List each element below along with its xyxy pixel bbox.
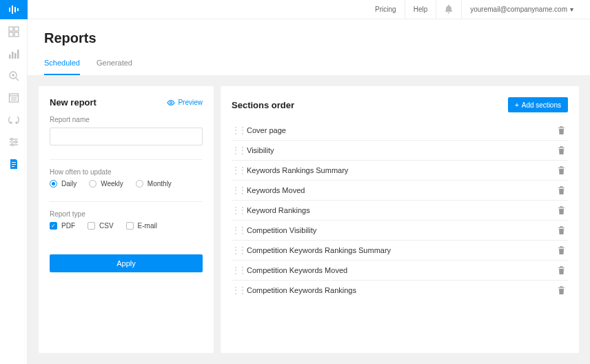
chevron-down-icon: ▾ bbox=[570, 6, 573, 13]
page-header: Reports Scheduled Generated bbox=[28, 19, 590, 75]
svg-rect-1 bbox=[12, 6, 13, 14]
section-row: Competition Keywords Rankings Summary bbox=[232, 241, 568, 261]
type-csv-checkbox[interactable]: CSV bbox=[88, 222, 114, 230]
svg-rect-2 bbox=[14, 7, 16, 12]
section-label: Keyword Rankings bbox=[247, 206, 555, 214]
drag-handle-icon[interactable] bbox=[232, 266, 244, 274]
apply-button[interactable]: Apply bbox=[50, 254, 203, 272]
page-title: Reports bbox=[44, 30, 573, 46]
svg-point-26 bbox=[14, 141, 17, 143]
brand-logo[interactable] bbox=[0, 0, 28, 19]
nav-dashboard-icon[interactable] bbox=[0, 22, 28, 41]
svg-point-31 bbox=[170, 101, 172, 103]
section-label: Competition Keywords Rankings bbox=[247, 286, 555, 294]
svg-line-13 bbox=[16, 78, 19, 81]
section-label: Keywords Rankings Summary bbox=[247, 166, 555, 174]
svg-rect-8 bbox=[9, 54, 11, 59]
drag-handle-icon[interactable] bbox=[232, 286, 244, 294]
svg-rect-10 bbox=[14, 53, 17, 59]
topbar-notifications[interactable] bbox=[436, 0, 461, 19]
eye-icon bbox=[167, 100, 175, 105]
section-label: Competition Visibility bbox=[247, 226, 555, 234]
topbar-pricing[interactable]: Pricing bbox=[367, 0, 405, 19]
section-list: Cover pageVisibilityKeywords Rankings Su… bbox=[232, 121, 568, 300]
section-row: Competition Visibility bbox=[232, 221, 568, 241]
svg-rect-4 bbox=[9, 27, 13, 31]
svg-rect-0 bbox=[9, 8, 10, 12]
svg-rect-7 bbox=[14, 32, 19, 37]
tab-generated[interactable]: Generated bbox=[96, 59, 132, 75]
svg-rect-30 bbox=[12, 166, 14, 167]
topbar-help[interactable]: Help bbox=[405, 0, 436, 19]
nav-research-icon[interactable] bbox=[0, 66, 28, 85]
svg-point-27 bbox=[11, 144, 13, 146]
sections-order-card: Sections order + Add sections Cover page… bbox=[221, 86, 579, 353]
section-row: Cover page bbox=[232, 121, 568, 141]
radio-icon bbox=[89, 180, 96, 188]
section-row: Competition Keywords Rankings bbox=[232, 281, 568, 300]
delete-section-button[interactable] bbox=[555, 226, 568, 234]
topbar: Pricing Help youremail@companyname.com ▾ bbox=[28, 0, 590, 19]
svg-rect-3 bbox=[17, 8, 19, 11]
drag-handle-icon[interactable] bbox=[232, 246, 244, 254]
preview-button[interactable]: Preview bbox=[167, 99, 203, 106]
drag-handle-icon[interactable] bbox=[232, 186, 244, 194]
section-label: Cover page bbox=[247, 126, 555, 134]
delete-section-button[interactable] bbox=[555, 266, 568, 274]
checkbox-icon bbox=[50, 222, 57, 230]
new-report-heading: New report bbox=[50, 97, 96, 108]
drag-handle-icon[interactable] bbox=[232, 226, 244, 234]
frequency-label: How often to update bbox=[50, 168, 203, 176]
checkbox-icon bbox=[88, 222, 95, 230]
drag-handle-icon[interactable] bbox=[232, 206, 244, 214]
nav-links-icon[interactable] bbox=[0, 110, 28, 130]
section-row: Keywords Rankings Summary bbox=[232, 161, 568, 181]
delete-section-button[interactable] bbox=[555, 166, 568, 174]
plus-icon: + bbox=[515, 101, 519, 109]
svg-rect-9 bbox=[12, 52, 14, 59]
section-label: Keywords Moved bbox=[247, 186, 555, 194]
nav-settings-icon[interactable] bbox=[0, 132, 28, 152]
freq-daily-radio[interactable]: Daily bbox=[50, 180, 77, 188]
svg-rect-29 bbox=[12, 164, 16, 165]
side-rail bbox=[0, 0, 28, 364]
report-name-label: Report name bbox=[50, 116, 203, 123]
svg-point-21 bbox=[16, 122, 17, 123]
delete-section-button[interactable] bbox=[555, 246, 568, 254]
svg-point-25 bbox=[10, 139, 12, 141]
svg-point-20 bbox=[10, 122, 12, 123]
section-row: Keyword Rankings bbox=[232, 201, 568, 221]
delete-section-button[interactable] bbox=[555, 186, 568, 194]
delete-section-button[interactable] bbox=[555, 146, 568, 154]
new-report-card: New report Preview Report name How often… bbox=[39, 86, 214, 353]
add-sections-button[interactable]: + Add sections bbox=[508, 97, 568, 112]
nav-onpage-icon[interactable] bbox=[0, 88, 28, 108]
drag-handle-icon[interactable] bbox=[232, 146, 244, 154]
type-email-checkbox[interactable]: E-mail bbox=[126, 222, 157, 230]
freq-monthly-radio[interactable]: Monthly bbox=[136, 180, 172, 188]
freq-weekly-radio[interactable]: Weekly bbox=[89, 180, 123, 188]
delete-section-button[interactable] bbox=[555, 126, 568, 134]
svg-rect-5 bbox=[14, 27, 19, 31]
account-email: youremail@companyname.com bbox=[470, 6, 567, 13]
section-label: Competition Keywords Rankings Summary bbox=[247, 246, 555, 254]
delete-section-button[interactable] bbox=[555, 206, 568, 214]
report-type-label: Report type bbox=[50, 210, 203, 218]
svg-rect-11 bbox=[17, 50, 19, 59]
nav-reports-icon[interactable] bbox=[0, 154, 28, 174]
radio-icon bbox=[136, 180, 143, 188]
topbar-account[interactable]: youremail@companyname.com ▾ bbox=[461, 0, 582, 19]
delete-section-button[interactable] bbox=[555, 286, 568, 294]
type-pdf-checkbox[interactable]: PDF bbox=[50, 222, 75, 230]
drag-handle-icon[interactable] bbox=[232, 166, 244, 174]
report-name-input[interactable] bbox=[50, 128, 203, 145]
section-label: Competition Keywords Moved bbox=[247, 266, 555, 274]
section-row: Competition Keywords Moved bbox=[232, 261, 568, 281]
section-label: Visibility bbox=[247, 146, 555, 154]
nav-rankings-icon[interactable] bbox=[0, 44, 28, 63]
svg-rect-6 bbox=[9, 32, 13, 37]
drag-handle-icon[interactable] bbox=[232, 126, 244, 134]
tab-scheduled[interactable]: Scheduled bbox=[44, 59, 80, 75]
tabs: Scheduled Generated bbox=[44, 59, 573, 75]
sections-heading: Sections order bbox=[232, 100, 294, 110]
